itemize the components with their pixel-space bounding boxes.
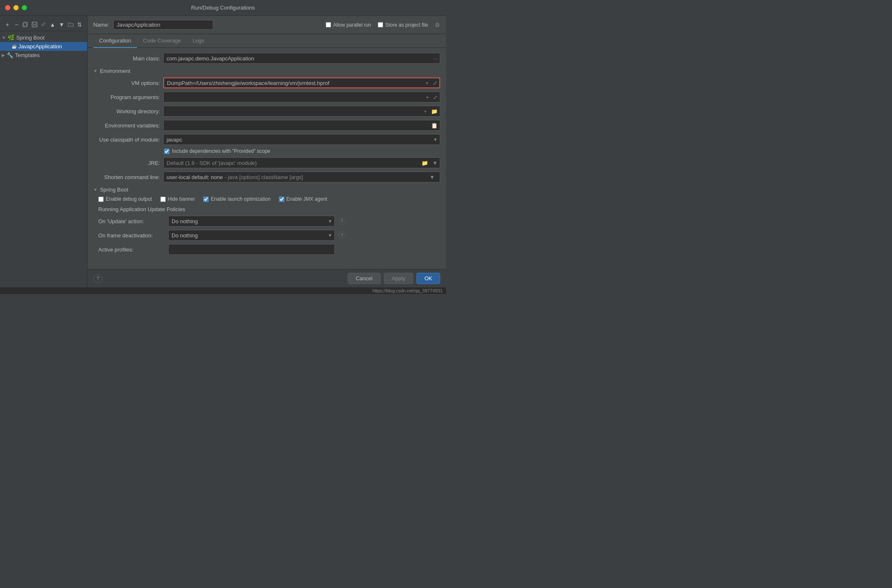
ok-button[interactable]: OK <box>416 273 440 284</box>
hide-banner-option[interactable]: Hide banner <box>160 196 195 202</box>
minimize-button[interactable] <box>13 5 19 10</box>
on-frame-help-button[interactable]: ? <box>338 232 346 239</box>
on-update-label: On 'Update' action: <box>98 218 165 224</box>
enable-launch-option[interactable]: Enable launch optimization <box>203 196 270 202</box>
policies-title: Running Application Update Policies <box>98 206 440 212</box>
vm-options-input-group: + ⤢ <box>163 77 440 88</box>
env-vars-row: Environment variables: 📋 <box>93 120 440 131</box>
jre-input[interactable] <box>164 159 419 167</box>
url-text: https://blog.csdn.net/qq_39774931 <box>372 288 443 293</box>
maximize-button[interactable] <box>22 5 27 10</box>
environment-label: Environment <box>100 68 130 74</box>
tab-code-coverage[interactable]: Code Coverage <box>137 34 187 48</box>
spring-boot-arrow: ▼ <box>93 187 97 192</box>
main-class-browse-button[interactable]: ··· <box>431 53 440 63</box>
main-layout: + − ▲ ▼ ⇅ ▼ 🌿 Spring Boot ☕ <box>0 16 446 287</box>
program-args-input[interactable] <box>164 93 424 102</box>
store-as-project-file-checkbox[interactable] <box>378 22 383 27</box>
hide-banner-checkbox[interactable] <box>160 197 166 202</box>
vm-options-input[interactable] <box>164 79 423 87</box>
apply-button[interactable]: Apply <box>384 273 414 284</box>
name-row: Name: Allow parallel run Store as projec… <box>87 16 446 34</box>
sort-button[interactable]: ⇅ <box>75 20 84 29</box>
shorten-cmd-value: user-local default: none <box>167 174 223 180</box>
jre-browse-button[interactable]: 📁 <box>419 158 430 168</box>
name-input[interactable] <box>113 20 213 30</box>
policies-section: Running Application Update Policies On '… <box>93 206 440 241</box>
include-deps-label: Include dependencies with "Provided" sco… <box>172 148 270 154</box>
vm-options-expand-button[interactable]: ⤢ <box>431 78 439 87</box>
enable-debug-checkbox[interactable] <box>98 197 104 202</box>
tab-logs[interactable]: Logs <box>187 34 210 48</box>
program-args-add-button[interactable]: + <box>424 92 431 102</box>
program-args-expand-button[interactable]: ⤢ <box>431 92 440 102</box>
include-deps-checkbox[interactable] <box>164 149 169 154</box>
program-args-label: Program arguments: <box>93 94 160 100</box>
classpath-dropdown[interactable]: javapc <box>163 134 440 145</box>
tab-configuration[interactable]: Configuration <box>93 34 137 48</box>
active-profiles-input[interactable] <box>169 245 334 254</box>
working-dir-row: Working directory: + 📁 <box>93 106 440 117</box>
enable-launch-checkbox[interactable] <box>203 197 209 202</box>
on-frame-row: On frame deactivation: Do nothing ▼ ? <box>98 230 440 241</box>
store-as-project-file-label: Store as project file <box>385 22 428 28</box>
svg-rect-4 <box>33 25 36 27</box>
copy-config-button[interactable] <box>21 20 30 29</box>
vm-options-add-button[interactable]: + <box>423 78 431 87</box>
environment-section-header[interactable]: ▼ Environment <box>93 68 440 74</box>
main-class-row: Main class: ··· <box>93 53 440 64</box>
enable-jmx-option[interactable]: Enable JMX agent <box>279 196 327 202</box>
spring-boot-section-header[interactable]: ▼ Spring Boot <box>93 187 440 193</box>
enable-jmx-checkbox[interactable] <box>279 197 284 202</box>
main-class-label: Main class: <box>93 55 160 62</box>
cancel-button[interactable]: Cancel <box>348 273 380 284</box>
folder-button[interactable] <box>67 20 75 29</box>
tree-item-javapc-application[interactable]: ☕ JavapcApplication <box>0 42 87 51</box>
add-config-button[interactable]: + <box>3 20 12 29</box>
tree-item-spring-boot[interactable]: ▼ 🌿 Spring Boot <box>0 33 87 42</box>
enable-debug-option[interactable]: Enable debug output <box>98 196 152 202</box>
left-panel: + − ▲ ▼ ⇅ ▼ 🌿 Spring Boot ☕ <box>0 16 87 287</box>
bottom-left: ? <box>93 274 102 283</box>
env-vars-browse-button[interactable]: 📋 <box>429 120 440 130</box>
url-bar: https://blog.csdn.net/qq_39774931 <box>0 287 446 294</box>
bottom-bar: ? Cancel Apply OK <box>87 269 446 287</box>
on-frame-dropdown[interactable]: Do nothing <box>168 230 335 241</box>
shorten-cmd-dropdown-button[interactable]: ▼ <box>427 174 437 180</box>
working-dir-add-button[interactable]: + <box>421 106 429 116</box>
name-options: Allow parallel run Store as project file… <box>326 22 440 28</box>
main-class-input[interactable] <box>164 54 431 63</box>
jre-row: JRE: 📁 ▼ <box>93 157 440 168</box>
close-button[interactable] <box>5 5 10 10</box>
global-help-button[interactable]: ? <box>93 274 102 283</box>
store-as-project-file-option[interactable]: Store as project file <box>378 22 428 28</box>
env-vars-label: Environment variables: <box>93 122 160 129</box>
tree-item-templates[interactable]: ▶ 🔧 Templates <box>0 51 87 60</box>
on-update-dropdown-row: Do nothing ▼ <box>168 216 335 227</box>
save-config-button[interactable] <box>30 20 39 29</box>
move-down-button[interactable]: ▼ <box>57 20 66 29</box>
env-vars-input[interactable] <box>164 121 429 130</box>
allow-parallel-run-checkbox[interactable] <box>326 22 331 27</box>
on-update-help-button[interactable]: ? <box>338 217 346 225</box>
jre-dropdown-button[interactable]: ▼ <box>430 158 440 168</box>
vm-options-label: VM options: <box>93 80 160 86</box>
remove-config-button[interactable]: − <box>12 20 21 29</box>
wrench-button[interactable] <box>40 20 48 29</box>
settings-gear-button[interactable]: ⚙ <box>435 22 440 28</box>
templates-label: Templates <box>15 52 40 58</box>
spring-boot-section-label: Spring Boot <box>100 187 128 193</box>
jre-label: JRE: <box>93 160 160 166</box>
spring-boot-section: ▼ Spring Boot Enable debug output Hide b… <box>93 187 440 255</box>
on-update-dropdown[interactable]: Do nothing <box>168 216 335 227</box>
move-up-button[interactable]: ▲ <box>48 20 57 29</box>
active-profiles-label: Active profiles: <box>98 247 165 253</box>
enable-jmx-label: Enable JMX agent <box>287 196 327 202</box>
working-dir-browse-button[interactable]: 📁 <box>429 106 440 116</box>
shorten-cmd-label: Shorten command line: <box>93 174 160 180</box>
enable-launch-label: Enable launch optimization <box>211 196 270 202</box>
on-update-row: On 'Update' action: Do nothing ▼ ? <box>98 216 440 227</box>
enable-debug-label: Enable debug output <box>106 196 152 202</box>
working-dir-input[interactable] <box>164 107 421 116</box>
allow-parallel-run-option[interactable]: Allow parallel run <box>326 22 371 28</box>
